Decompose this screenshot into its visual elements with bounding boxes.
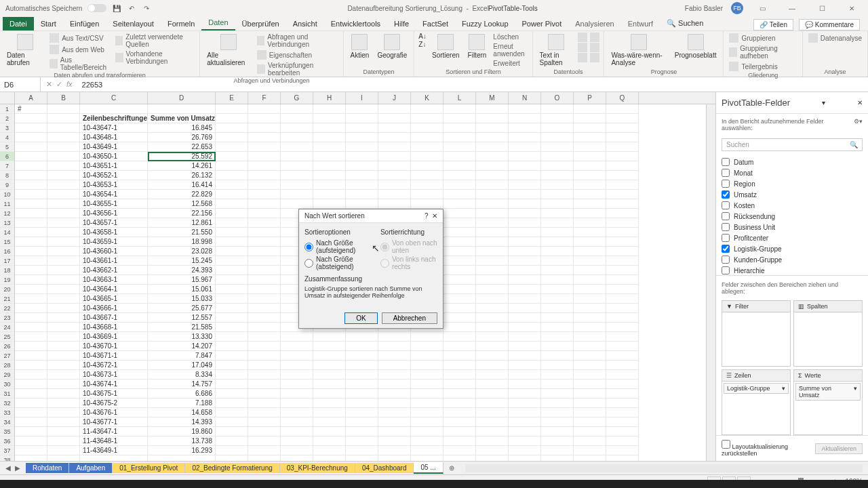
cell[interactable] — [476, 114, 509, 123]
minimize-icon[interactable]: — — [781, 5, 803, 12]
select-all-corner[interactable] — [0, 92, 15, 104]
field-item[interactable]: Business Unit — [722, 222, 863, 232]
cell[interactable] — [281, 370, 313, 380]
cell[interactable] — [346, 351, 378, 361]
cell[interactable] — [574, 285, 606, 294]
cell[interactable] — [248, 275, 281, 285]
cell[interactable]: 14.393 — [148, 418, 216, 427]
cell[interactable] — [541, 361, 574, 370]
cell[interactable] — [411, 446, 443, 455]
tab-factset[interactable]: FactSet — [416, 17, 455, 30]
cell[interactable]: 16.845 — [148, 123, 216, 133]
cell[interactable] — [606, 370, 639, 380]
cell[interactable] — [346, 152, 378, 161]
row-header[interactable]: 33 — [0, 408, 14, 418]
cell[interactable]: 10-43660-1 — [80, 247, 148, 256]
cell[interactable] — [281, 436, 313, 446]
cell[interactable] — [47, 418, 80, 427]
filter-area[interactable]: ▼Filter — [722, 300, 791, 367]
cell[interactable] — [606, 104, 639, 114]
cell[interactable]: 14.658 — [148, 408, 216, 418]
cell[interactable] — [606, 351, 639, 361]
cell[interactable] — [313, 408, 346, 418]
cell[interactable]: 14.207 — [148, 342, 216, 351]
cell[interactable]: 10-43669-1 — [80, 332, 148, 342]
cell[interactable] — [606, 323, 639, 332]
cell[interactable]: 12.557 — [148, 313, 216, 323]
cell[interactable]: 14.757 — [148, 380, 216, 389]
cell[interactable] — [509, 199, 541, 209]
cell[interactable] — [443, 180, 476, 190]
cell[interactable] — [378, 114, 411, 123]
cell[interactable] — [606, 247, 639, 256]
cell[interactable] — [378, 133, 411, 142]
cell[interactable]: 23.028 — [148, 247, 216, 256]
cell[interactable] — [606, 199, 639, 209]
undo-icon[interactable]: ↶ — [127, 3, 136, 13]
cell[interactable]: 10-43676-1 — [80, 408, 148, 418]
cell[interactable] — [476, 218, 509, 228]
close-icon[interactable]: ✕ — [432, 212, 437, 220]
cell[interactable] — [47, 266, 80, 275]
cell[interactable] — [541, 152, 574, 161]
from-csv-button[interactable]: Aus Text/CSV — [48, 33, 111, 43]
text-to-cols-button[interactable]: Text in Spalten — [537, 33, 576, 68]
cell[interactable] — [346, 133, 378, 142]
cell[interactable] — [378, 418, 411, 427]
cell[interactable] — [443, 304, 476, 313]
cell[interactable] — [346, 199, 378, 209]
cell[interactable] — [476, 427, 509, 436]
cell[interactable] — [476, 190, 509, 199]
sheet-tab[interactable]: 04_Dashboard — [355, 463, 414, 473]
cell[interactable]: 15.033 — [148, 294, 216, 304]
cell[interactable] — [509, 332, 541, 342]
row-field-item[interactable]: Logistik-Gruppe▾ — [724, 383, 789, 394]
panel-menu-icon[interactable]: ▾ — [822, 99, 825, 106]
cell[interactable]: 10-43667-1 — [80, 313, 148, 323]
cell[interactable] — [509, 380, 541, 389]
cell[interactable] — [606, 161, 639, 171]
cell[interactable]: 12.861 — [148, 218, 216, 228]
cell[interactable] — [47, 104, 80, 114]
cell[interactable] — [248, 408, 281, 418]
cell[interactable] — [216, 133, 248, 142]
cell[interactable] — [443, 408, 476, 418]
cell[interactable] — [346, 408, 378, 418]
cell[interactable] — [443, 152, 476, 161]
cell[interactable] — [509, 361, 541, 370]
cell[interactable]: 7.188 — [148, 399, 216, 408]
col-header[interactable]: I — [346, 92, 378, 104]
cell[interactable] — [443, 418, 476, 427]
value-field-item[interactable]: Summe von Umsatz▾ — [795, 383, 861, 401]
cell[interactable] — [606, 114, 639, 123]
col-header[interactable]: H — [313, 92, 346, 104]
cell[interactable] — [378, 427, 411, 436]
cell[interactable] — [15, 180, 47, 190]
gear-icon[interactable]: ⚙▾ — [854, 118, 863, 131]
row-header[interactable]: 30 — [0, 380, 14, 389]
cell[interactable] — [216, 266, 248, 275]
cell[interactable] — [313, 446, 346, 455]
cell[interactable]: 11-43648-1 — [80, 436, 148, 446]
cell[interactable] — [216, 436, 248, 446]
cell[interactable] — [248, 199, 281, 209]
cell[interactable] — [15, 199, 47, 209]
row-header[interactable]: 26 — [0, 342, 14, 351]
cell[interactable] — [346, 370, 378, 380]
cell[interactable] — [15, 408, 47, 418]
cell[interactable] — [47, 114, 80, 123]
cell[interactable] — [443, 323, 476, 332]
cell[interactable]: 10-43656-1 — [80, 209, 148, 218]
cell[interactable] — [248, 436, 281, 446]
cell[interactable] — [281, 152, 313, 161]
cell[interactable]: 10-43677-1 — [80, 418, 148, 427]
help-icon[interactable]: ? — [425, 212, 429, 220]
cell[interactable] — [443, 161, 476, 171]
cell[interactable] — [476, 313, 509, 323]
cell[interactable] — [574, 123, 606, 133]
columns-area[interactable]: ▥Spalten — [793, 300, 863, 367]
cell[interactable] — [574, 351, 606, 361]
cell[interactable] — [15, 370, 47, 380]
cell[interactable] — [378, 332, 411, 342]
cell[interactable] — [509, 304, 541, 313]
